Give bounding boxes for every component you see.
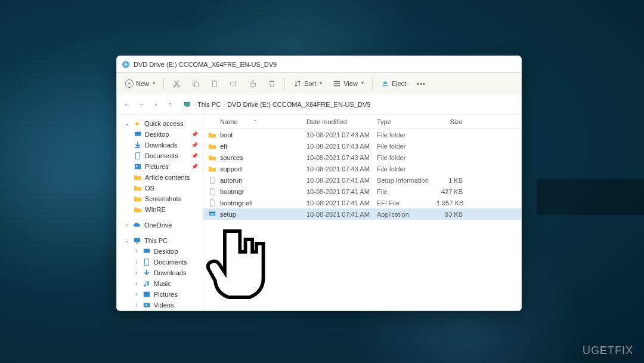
download-icon xyxy=(143,269,151,277)
sidebar-label: WInRE xyxy=(145,206,166,213)
folder-icon xyxy=(134,184,142,192)
sidebar-item-winre[interactable]: WInRE xyxy=(117,204,203,215)
back-button[interactable]: ← xyxy=(122,99,132,110)
sidebar-item-thispc[interactable]: ⌄This PC xyxy=(117,235,203,246)
chevron-down-icon: ▾ xyxy=(320,81,322,86)
sidebar-item-quickaccess[interactable]: ⌄★Quick access xyxy=(117,118,203,129)
separator xyxy=(372,78,373,90)
video-icon xyxy=(143,301,151,309)
sidebar-item-os[interactable]: OS xyxy=(117,183,203,193)
delete-button[interactable] xyxy=(263,77,281,90)
breadcrumb-drive[interactable]: DVD Drive (E:) CCCOMA_X64FRE_EN-US_DV9 xyxy=(227,101,370,108)
pin-icon: 📌 xyxy=(191,153,198,159)
file-name: support xyxy=(203,165,302,173)
watermark: UGETFIX xyxy=(583,344,633,357)
chevron-down-icon: ▾ xyxy=(361,81,364,86)
sidebar-item-pictures[interactable]: Pictures📌 xyxy=(117,161,203,172)
file-row[interactable]: setup10-08-2021 07:41 AMApplication93 KB xyxy=(203,208,521,220)
share-button[interactable] xyxy=(244,77,262,90)
sidebar-item-pc-pictures[interactable]: ›Pictures xyxy=(117,289,203,300)
copy-button[interactable] xyxy=(187,77,205,90)
chevron-right-icon: › xyxy=(223,101,225,107)
sort-button[interactable]: Sort ▾ xyxy=(289,77,327,90)
sidebar-item-onedrive[interactable]: ›OneDrive xyxy=(117,220,203,230)
chevron-right-icon: › xyxy=(193,101,195,107)
sidebar-item-documents[interactable]: Documents📌 xyxy=(117,150,203,161)
eject-button[interactable]: Eject xyxy=(376,77,411,90)
file-name: efi xyxy=(203,142,302,150)
sidebar-item-pc-downloads[interactable]: ›Downloads xyxy=(117,267,203,278)
chevron-right-icon: › xyxy=(134,270,140,276)
cut-button[interactable] xyxy=(168,77,185,90)
file-type: File folder xyxy=(372,131,432,139)
sort-label: Sort xyxy=(304,80,316,87)
sidebar-item-article[interactable]: Article contents xyxy=(117,172,203,183)
cut-icon xyxy=(172,79,181,88)
file-date: 10-08-2021 07:43 AM xyxy=(302,143,372,150)
column-name[interactable]: Name⌃ xyxy=(203,118,302,125)
file-row[interactable]: bootmgr10-08-2021 07:41 AMFile427 KB xyxy=(203,186,521,197)
up-button[interactable]: ↑ xyxy=(165,99,175,110)
sidebar-item-pc-music[interactable]: ›Music xyxy=(117,278,203,289)
view-button[interactable]: View ▾ xyxy=(328,77,369,90)
sidebar[interactable]: ⌄★Quick access Desktop📌 Downloads📌 Docum… xyxy=(117,115,203,310)
breadcrumb[interactable]: › This PC › DVD Drive (E:) CCCOMA_X64FRE… xyxy=(184,101,370,108)
breadcrumb-thispc[interactable]: This PC xyxy=(197,101,221,108)
file-row[interactable]: autorun10-08-2021 07:41 AMSetup Informat… xyxy=(203,174,521,186)
svg-rect-14 xyxy=(135,147,141,149)
chevron-down-icon: ⌄ xyxy=(124,121,130,127)
sidebar-item-downloads[interactable]: Downloads📌 xyxy=(117,140,203,150)
sidebar-label: Screenshots xyxy=(145,195,181,202)
file-row[interactable]: support10-08-2021 07:43 AMFile folder xyxy=(203,163,521,174)
file-name: sources xyxy=(203,153,302,162)
pin-icon: 📌 xyxy=(191,142,198,148)
file-date: 10-08-2021 07:43 AM xyxy=(302,131,372,139)
sidebar-label: Documents xyxy=(154,259,187,266)
rename-button[interactable] xyxy=(225,77,243,90)
svg-rect-26 xyxy=(209,211,216,213)
sidebar-label: Downloads xyxy=(154,269,186,276)
sidebar-item-screenshots[interactable]: Screenshots xyxy=(117,193,203,204)
column-headers[interactable]: Name⌃ Date modified Type Size xyxy=(203,115,521,129)
file-date: 10-08-2021 07:41 AM xyxy=(302,199,372,207)
more-button[interactable]: ••• xyxy=(412,78,431,90)
new-button[interactable]: + New ▾ xyxy=(120,77,160,90)
column-size[interactable]: Size xyxy=(432,118,467,125)
rename-icon xyxy=(230,79,238,88)
pc-icon xyxy=(133,236,141,245)
forward-button[interactable]: → xyxy=(136,99,147,110)
sidebar-item-desktop[interactable]: Desktop📌 xyxy=(117,129,203,140)
svg-rect-20 xyxy=(144,249,150,253)
svg-rect-21 xyxy=(145,259,149,266)
chevron-right-icon: › xyxy=(134,248,140,254)
svg-rect-22 xyxy=(144,292,150,297)
copy-icon xyxy=(191,79,200,88)
eject-label: Eject xyxy=(392,80,406,87)
file-type: EFI File xyxy=(372,199,432,207)
sidebar-item-pc-documents[interactable]: ›Documents xyxy=(117,257,203,267)
column-date[interactable]: Date modified xyxy=(302,118,372,125)
titlebar[interactable]: DVD Drive (E:) CCCOMA_X64FRE_EN-US_DV9 xyxy=(117,56,521,73)
file-list[interactable]: boot10-08-2021 07:43 AMFile folderefi10-… xyxy=(203,129,521,310)
file-explorer-window: DVD Drive (E:) CCCOMA_X64FRE_EN-US_DV9 +… xyxy=(116,56,522,311)
file-type: Application xyxy=(372,211,432,218)
recent-button[interactable]: ⌄ xyxy=(150,99,161,110)
sidebar-label: Article contents xyxy=(145,174,190,181)
document-icon xyxy=(143,258,151,266)
file-row[interactable]: sources10-08-2021 07:43 AMFile folder xyxy=(203,152,521,163)
svg-point-17 xyxy=(136,165,138,167)
sidebar-item-pc-desktop[interactable]: ›Desktop xyxy=(117,246,203,257)
svg-rect-11 xyxy=(185,102,190,106)
column-type[interactable]: Type xyxy=(372,118,432,125)
file-name: boot xyxy=(203,131,302,139)
file-row[interactable]: bootmgr.efi10-08-2021 07:41 AMEFI File1,… xyxy=(203,197,521,208)
file-row[interactable]: efi10-08-2021 07:43 AMFile folder xyxy=(203,140,521,152)
view-label: View xyxy=(343,80,358,87)
svg-rect-16 xyxy=(135,164,141,170)
sidebar-item-pc-videos[interactable]: ›Videos xyxy=(117,300,203,310)
paste-button[interactable] xyxy=(206,77,224,90)
pin-icon: 📌 xyxy=(191,164,198,170)
file-row[interactable]: boot10-08-2021 07:43 AMFile folder xyxy=(203,129,521,140)
svg-rect-19 xyxy=(136,243,138,244)
file-type: File xyxy=(372,188,432,195)
